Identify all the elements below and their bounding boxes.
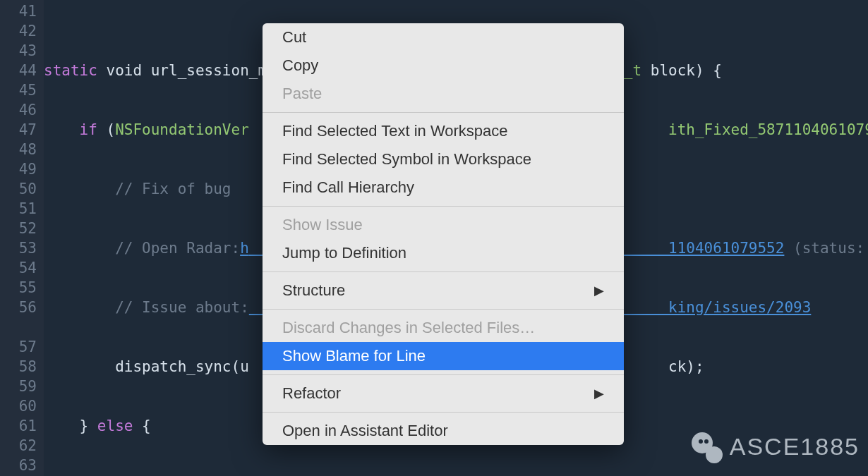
menu-separator	[263, 271, 624, 272]
line-number: 51	[0, 199, 44, 219]
line-number: 54	[0, 258, 44, 278]
line-number: 43	[0, 41, 44, 61]
menu-item-cut[interactable]: Cut	[263, 23, 624, 51]
menu-separator	[263, 374, 624, 375]
line-number: 59	[0, 377, 44, 396]
menu-separator	[263, 309, 624, 310]
line-number: 41	[0, 1, 44, 21]
line-number: 44	[0, 61, 44, 80]
line-number: 50	[0, 179, 44, 199]
menu-item-open-assistant[interactable]: Open in Assistant Editor	[263, 417, 624, 445]
menu-separator	[263, 206, 624, 207]
watermark-text: ASCE1885	[730, 433, 860, 460]
line-number: 45	[0, 80, 44, 100]
line-number: 57	[0, 337, 44, 357]
menu-item-paste: Paste	[263, 80, 624, 108]
submenu-arrow-icon: ▶	[594, 386, 604, 401]
line-number: 55	[0, 278, 44, 298]
line-number: 53	[0, 238, 44, 258]
menu-item-jump-to-definition[interactable]: Jump to Definition	[263, 239, 624, 267]
menu-item-discard-changes: Discard Changes in Selected Files…	[263, 314, 624, 342]
line-number: 62	[0, 436, 44, 456]
watermark: ASCE1885	[689, 429, 860, 463]
menu-item-copy[interactable]: Copy	[263, 51, 624, 80]
line-number: 46	[0, 100, 44, 120]
line-gutter: 41 42 43 44 45 46 47 48 49 50 51 52 53 5…	[0, 0, 44, 476]
menu-item-find-call-hierarchy[interactable]: Find Call Hierarchy	[263, 173, 624, 202]
menu-separator	[263, 412, 624, 413]
submenu-arrow-icon: ▶	[594, 283, 604, 298]
line-number: 56	[0, 298, 44, 317]
line-number: 63	[0, 456, 44, 475]
line-number: 47	[0, 120, 44, 140]
line-number: 42	[0, 21, 44, 41]
menu-item-find-text[interactable]: Find Selected Text in Workspace	[263, 117, 624, 145]
line-number: 49	[0, 159, 44, 179]
menu-item-show-blame[interactable]: Show Blame for Line	[263, 342, 624, 370]
menu-item-show-issue: Show Issue	[263, 211, 624, 239]
line-number: 61	[0, 416, 44, 436]
wechat-icon	[689, 429, 723, 463]
menu-item-refactor[interactable]: Refactor▶	[263, 379, 624, 408]
menu-item-structure[interactable]: Structure▶	[263, 276, 624, 305]
menu-item-find-symbol[interactable]: Find Selected Symbol in Workspace	[263, 145, 624, 173]
context-menu: Cut Copy Paste Find Selected Text in Wor…	[263, 23, 624, 445]
line-number: 58	[0, 357, 44, 377]
menu-separator	[263, 112, 624, 113]
line-number	[0, 317, 44, 337]
line-number: 52	[0, 219, 44, 238]
line-number: 60	[0, 396, 44, 416]
line-number: 48	[0, 140, 44, 159]
